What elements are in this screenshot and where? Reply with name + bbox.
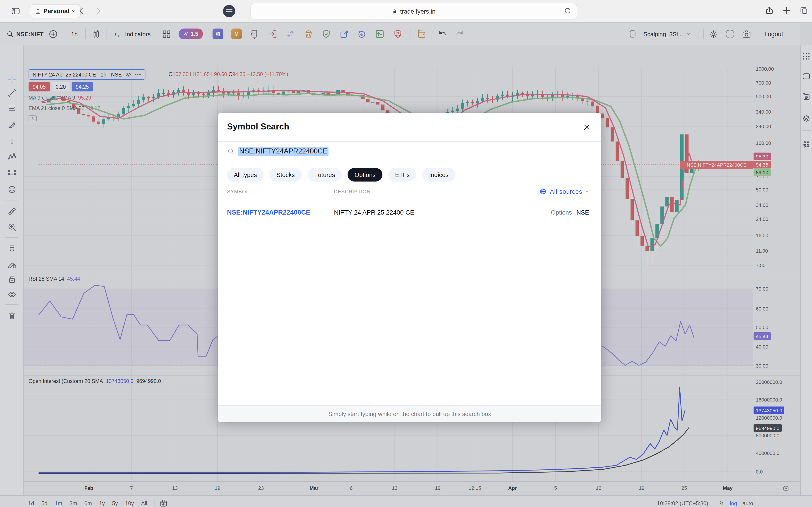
indicator-templates-button[interactable]	[162, 23, 171, 45]
fib-retracement-tool[interactable]	[7, 103, 17, 113]
tab-stocks[interactable]: Stocks	[270, 168, 302, 181]
undo-icon[interactable]	[437, 29, 448, 39]
logout-button[interactable]: Logout	[764, 23, 783, 45]
ema-legend[interactable]: EMA 21 close 0 SMA 22 89.12	[29, 106, 100, 111]
main-series-legend[interactable]: NIFTY 24 Apr 25 22400 CE · 1h · NSE •••	[29, 69, 145, 80]
forward-button[interactable]	[94, 6, 103, 15]
text-tool[interactable]	[7, 135, 17, 145]
lock-all-tool[interactable]	[7, 274, 17, 284]
chart-style-button[interactable]	[92, 23, 101, 45]
object-tree-icon[interactable]	[802, 140, 811, 149]
address-bar[interactable]: trade.fyers.in	[251, 3, 577, 19]
new-tab-button[interactable]	[782, 6, 791, 15]
time-tick: 12	[586, 485, 611, 491]
clock[interactable]: 10:38:02 (UTC+5:30)	[657, 500, 708, 507]
extension-icon[interactable]	[223, 5, 235, 17]
interval-button[interactable]: 1h	[71, 23, 78, 45]
transfer-arrows-icon[interactable]	[285, 29, 296, 39]
range-10y[interactable]: 10y	[122, 499, 137, 507]
basket-icon[interactable]	[303, 29, 314, 39]
magnet-tool[interactable]	[7, 244, 17, 254]
range-5y[interactable]: 5y	[109, 499, 120, 507]
ma-legend[interactable]: MA 9 close 0 SMA 9 95.29	[29, 95, 91, 101]
zoom-in-tool[interactable]	[7, 222, 17, 232]
buy-button[interactable]: 94.25	[71, 82, 93, 92]
version-badge[interactable]: 1.5	[179, 29, 203, 39]
rsi-legend[interactable]: RSI 28 SMA 14 45.44	[29, 276, 80, 282]
widgets-grid-icon[interactable]	[802, 52, 811, 61]
indicators-button[interactable]: ƒx Indicators	[113, 23, 151, 45]
fullscreen-button[interactable]	[725, 23, 734, 45]
percent-scale-button[interactable]: %	[720, 500, 724, 507]
compare-add-button[interactable]	[48, 23, 58, 45]
xabcd-pattern-tool[interactable]	[7, 152, 17, 162]
journal-icon[interactable]	[802, 92, 811, 101]
measure-tool[interactable]	[7, 206, 17, 216]
search-query-text: NSE:NIFTY24APR22400CE	[238, 147, 328, 156]
symbol-search-input[interactable]: NSE:NIFTY24APR22400CE	[218, 141, 601, 161]
go-to-date-button[interactable]	[159, 499, 168, 507]
tab-all-types[interactable]: All types	[227, 168, 264, 181]
back-button[interactable]	[77, 6, 86, 15]
timezone-settings-icon[interactable]	[782, 485, 790, 493]
range-1m[interactable]: 1m	[52, 499, 65, 507]
range-1d[interactable]: 1d	[26, 499, 37, 507]
tabs-overview-button[interactable]	[799, 6, 808, 15]
sidebar-toggle-icon[interactable]	[11, 6, 20, 16]
sell-button[interactable]: 94.05	[29, 82, 50, 92]
chart-link-icon[interactable]	[339, 29, 350, 39]
oi-legend[interactable]: Open Interest (Custom) 20 SMA 13743050.0…	[29, 379, 161, 384]
legend-menu-icon[interactable]: •••	[134, 72, 141, 77]
auto-scale-button[interactable]: auto	[743, 500, 753, 507]
dialog-title: Symbol Search	[227, 122, 289, 132]
mstock-app-icon[interactable]: M	[231, 29, 242, 39]
chart-settings-button[interactable]	[709, 23, 718, 45]
tab-futures[interactable]: Futures	[307, 168, 342, 181]
profile-button[interactable]: Personal	[30, 4, 81, 18]
brush-tool[interactable]	[7, 119, 17, 129]
symbol-search-button[interactable]: NSE:NIFT	[6, 23, 44, 45]
download-circle-icon[interactable]	[356, 29, 367, 39]
log-scale-button[interactable]: log	[730, 500, 737, 507]
device-import-icon[interactable]	[249, 29, 260, 39]
drawing-lock-tool[interactable]	[7, 260, 17, 269]
range-5d[interactable]: 5d	[39, 499, 50, 507]
shield-user-icon[interactable]	[392, 29, 403, 39]
hide-all-tool[interactable]	[7, 289, 17, 299]
share-button[interactable]	[765, 6, 774, 15]
snapshot-button[interactable]	[742, 23, 751, 45]
tab-options[interactable]: Options	[348, 168, 383, 181]
crosshair-tool[interactable]	[7, 75, 17, 84]
price-scale[interactable]: 1000.00700.00500.00340.00240.00160.0070.…	[753, 68, 800, 482]
layers-icon[interactable]	[802, 114, 811, 123]
watchlist-icon[interactable]	[802, 72, 811, 81]
layout-select[interactable]: Scalping_3St...	[644, 23, 691, 45]
export-icon[interactable]	[267, 29, 278, 39]
tab-indices[interactable]: Indices	[422, 168, 455, 181]
redo-icon[interactable]	[454, 29, 465, 39]
search-result-row[interactable]: NSE:NIFTY24APR22400CE NIFTY 24 APR 25 22…	[218, 203, 601, 223]
time-scale[interactable]: Feb7131923Mar6131912:15Apr5121925May	[0, 482, 800, 495]
wallet-icon[interactable]	[416, 29, 427, 39]
range-6m[interactable]: 6m	[82, 499, 95, 507]
type-filter-tabs: All typesStocksFuturesOptionsETFsIndices	[227, 168, 455, 181]
reload-icon[interactable]	[564, 7, 571, 14]
forecast-tool[interactable]	[7, 168, 17, 177]
tab-etfs[interactable]: ETFs	[388, 168, 417, 181]
result-symbol: NSE:NIFTY24APR22400CE	[227, 209, 310, 216]
range-3m[interactable]: 3m	[67, 499, 80, 507]
eye-icon[interactable]	[125, 71, 131, 78]
close-icon[interactable]	[582, 123, 591, 132]
range-1y[interactable]: 1y	[96, 499, 107, 507]
emoji-tool[interactable]	[7, 184, 17, 194]
shield-check-icon[interactable]	[321, 29, 332, 39]
legend-collapse-button[interactable]: ∧	[29, 115, 37, 121]
range-All[interactable]: All	[139, 499, 150, 507]
trend-line-tool[interactable]	[7, 88, 17, 98]
remove-drawings-tool[interactable]	[7, 311, 17, 321]
bars-transfer-icon[interactable]	[374, 29, 385, 39]
layout-button[interactable]	[628, 23, 637, 45]
all-sources-select[interactable]: All sources	[539, 187, 589, 195]
broker-chart-app-icon[interactable]	[212, 29, 223, 39]
symbol-price-tag: NSE:NIFTY24APR22400CE	[680, 161, 754, 169]
